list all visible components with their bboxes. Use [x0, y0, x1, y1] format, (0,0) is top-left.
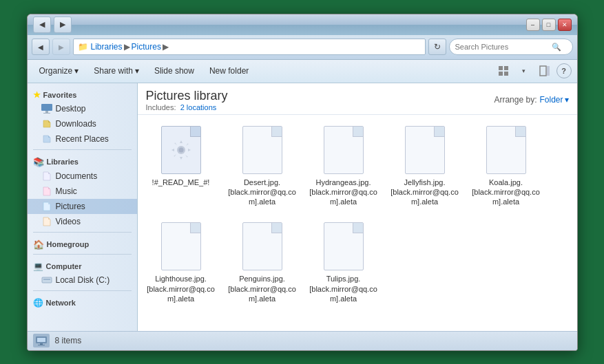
homegroup-section[interactable]: 🏠 Homegroup: [28, 235, 137, 251]
divider4: [33, 290, 132, 291]
arrange-label: Arrange by:: [494, 95, 537, 105]
preview-pane-button[interactable]: [536, 62, 554, 80]
file-header-left: Pictures library Includes: 2 locations: [146, 89, 228, 111]
generic-file-graphic: [324, 222, 364, 270]
file-name: !#_READ_ME_#!: [152, 178, 210, 187]
close-button[interactable]: ✕: [558, 19, 572, 31]
downloads-icon: [41, 118, 52, 129]
sidebar-item-pictures[interactable]: Pictures: [28, 199, 137, 214]
svg-rect-0: [499, 66, 503, 70]
refresh-button[interactable]: ↻: [428, 39, 446, 55]
generic-file-graphic: [242, 126, 282, 174]
svg-rect-10: [43, 279, 50, 280]
libraries-label: Libraries: [47, 158, 79, 166]
desktop-label: Desktop: [56, 104, 86, 114]
file-icon-generic: [238, 222, 287, 271]
svg-rect-3: [504, 72, 508, 76]
file-icon-generic: [156, 222, 206, 271]
preview-icon: [539, 65, 550, 76]
arrange-value-button[interactable]: Folder ▾: [539, 95, 568, 105]
network-section[interactable]: 🌐 Network: [28, 294, 137, 309]
library-title: Pictures library: [146, 89, 228, 103]
explorer-window: ◀ ▶ – □ ✕ ◀ ▶ 📁 Libraries ▶ Pictures ▶ ↻…: [27, 14, 578, 351]
downloads-label: Downloads: [56, 119, 96, 129]
arrange-chevron-icon: ▾: [565, 95, 569, 105]
organize-button[interactable]: Organize ▾: [33, 62, 85, 80]
sidebar-item-downloads[interactable]: Downloads: [28, 116, 137, 131]
file-item[interactable]: Tulips.jpg.[black.mirror@qq.com].aleta: [306, 217, 382, 308]
new-folder-label: New folder: [209, 66, 249, 76]
file-icon-settings: [156, 125, 206, 175]
title-bar: ◀ ▶ – □ ✕: [28, 14, 577, 35]
sidebar-item-documents[interactable]: Documents: [28, 169, 137, 184]
view-toggle-button[interactable]: [494, 62, 512, 80]
main-content: ★ Favorites Desktop Downloads Recent Pl: [28, 83, 577, 331]
slideshow-button[interactable]: Slide show: [148, 62, 200, 80]
minimize-button[interactable]: –: [526, 19, 540, 31]
network-label: Network: [46, 299, 76, 307]
share-with-button[interactable]: Share with ▾: [87, 62, 145, 80]
music-label: Music: [56, 186, 77, 196]
forward-button[interactable]: ▶: [54, 17, 72, 33]
back-button[interactable]: ◀: [33, 17, 51, 33]
computer-section[interactable]: 💻 Computer: [28, 257, 137, 272]
svg-rect-5: [547, 66, 550, 76]
file-item[interactable]: Hydrangeas.jpg.[black.mirror@qq.com].ale…: [306, 120, 382, 212]
homegroup-label: Homegroup: [47, 240, 90, 248]
pictures-icon: [41, 201, 52, 212]
local-disk-icon: [41, 275, 52, 286]
forward-nav-button[interactable]: ▶: [52, 39, 70, 55]
status-bar: 8 items: [28, 331, 577, 350]
back-nav-button[interactable]: ◀: [32, 39, 50, 55]
library-includes: Includes: 2 locations: [146, 103, 228, 111]
sidebar-item-desktop[interactable]: Desktop: [28, 101, 137, 116]
file-item[interactable]: Koala.jpg.[black.mirror@qq.com].aleta: [468, 120, 544, 212]
share-label: Share with: [94, 66, 133, 76]
libraries-section[interactable]: 📚 Libraries: [28, 153, 137, 169]
videos-icon: [41, 216, 52, 227]
generic-file-graphic: [242, 222, 282, 270]
computer-icon: 💻: [33, 261, 43, 271]
maximize-button[interactable]: □: [542, 19, 556, 31]
file-header: Pictures library Includes: 2 locations A…: [138, 83, 577, 115]
sidebar-item-music[interactable]: Music: [28, 184, 137, 199]
svg-rect-7: [45, 111, 48, 113]
sidebar-item-recent-places[interactable]: Recent Places: [28, 131, 137, 147]
svg-rect-14: [37, 338, 45, 342]
search-input[interactable]: [455, 43, 552, 51]
window-controls: – □ ✕: [526, 19, 572, 31]
view-arrow-button[interactable]: ▾: [515, 62, 533, 80]
locations-link[interactable]: 2 locations: [180, 103, 217, 111]
file-item[interactable]: Lighthouse.jpg.[black.mirror@qq.com].ale…: [143, 217, 219, 308]
arrange-value: Folder: [539, 95, 563, 105]
file-name: Jellyfish.jpg.[black.mirror@qq.com].alet…: [390, 178, 459, 207]
slideshow-label: Slide show: [154, 66, 194, 76]
file-icon-generic: [238, 125, 287, 175]
file-area: Pictures library Includes: 2 locations A…: [138, 83, 577, 331]
status-item-count: 8 items: [55, 336, 82, 345]
file-name: Koala.jpg.[black.mirror@qq.com].aleta: [472, 178, 541, 207]
address-path[interactable]: 📁 Libraries ▶ Pictures ▶: [73, 39, 426, 55]
sidebar-item-videos[interactable]: Videos: [28, 214, 137, 229]
status-computer-icon: [33, 334, 50, 347]
svg-rect-15: [40, 343, 43, 345]
file-item[interactable]: !#_READ_ME_#!: [143, 120, 219, 212]
divider3: [33, 254, 132, 255]
file-item[interactable]: Desert.jpg.[black.mirror@qq.com].aleta: [225, 120, 300, 212]
favorites-section[interactable]: ★ Favorites: [28, 86, 137, 101]
libraries-icon: 📚: [33, 157, 44, 167]
music-icon: [41, 186, 52, 197]
divider2: [33, 232, 132, 233]
help-button[interactable]: ?: [556, 63, 572, 78]
file-item[interactable]: Penguins.jpg.[black.mirror@qq.com].aleta: [225, 217, 300, 308]
title-bar-left: ◀ ▶: [33, 17, 72, 33]
sidebar-item-local-disk[interactable]: Local Disk (C:): [28, 272, 137, 288]
file-item[interactable]: Jellyfish.jpg.[black.mirror@qq.com].alet…: [387, 120, 463, 212]
organize-label: Organize: [39, 66, 73, 76]
file-icon-generic: [319, 222, 368, 271]
videos-label: Videos: [56, 217, 81, 226]
search-box[interactable]: 🔍: [449, 39, 573, 55]
gear-icon: [169, 138, 194, 162]
includes-label: Includes:: [146, 103, 176, 111]
new-folder-button[interactable]: New folder: [203, 62, 255, 80]
